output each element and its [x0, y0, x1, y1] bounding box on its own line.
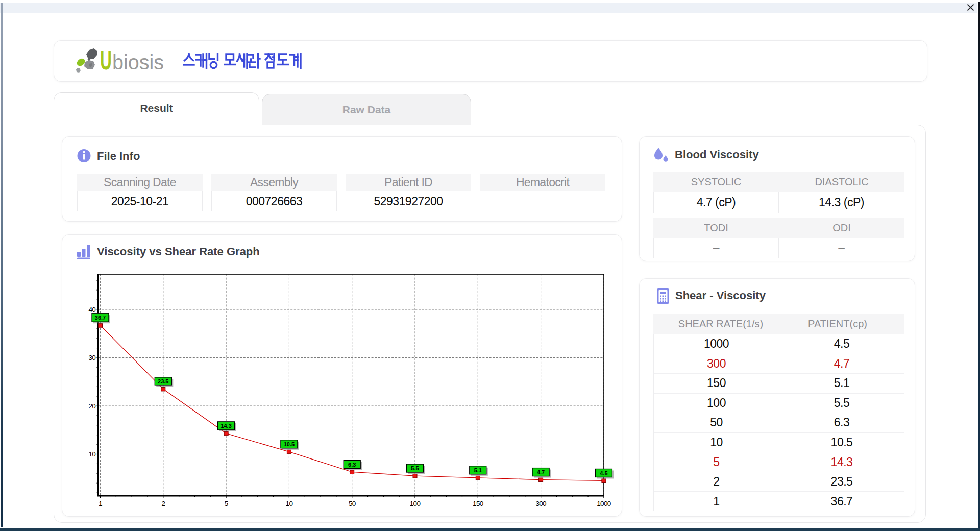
- svg-text:10: 10: [88, 450, 95, 458]
- svg-text:U: U: [100, 45, 112, 74]
- svg-text:4.7: 4.7: [537, 469, 545, 475]
- svg-text:10.5: 10.5: [284, 441, 295, 447]
- svg-text:2: 2: [161, 500, 165, 508]
- svg-text:6.3: 6.3: [348, 462, 356, 468]
- svg-text:30: 30: [88, 354, 95, 361]
- svg-text:100: 100: [410, 500, 421, 508]
- svg-text:40: 40: [88, 306, 95, 313]
- svg-text:4.5: 4.5: [600, 470, 607, 476]
- svg-text:50: 50: [349, 500, 356, 508]
- svg-text:biosis: biosis: [112, 51, 164, 74]
- svg-text:300: 300: [535, 500, 546, 508]
- svg-text:20: 20: [88, 402, 95, 410]
- svg-text:14.3: 14.3: [220, 423, 231, 429]
- svg-text:1000: 1000: [597, 500, 610, 508]
- svg-text:23.5: 23.5: [158, 378, 168, 384]
- svg-text:36.7: 36.7: [95, 315, 106, 321]
- svg-text:5.5: 5.5: [411, 465, 419, 471]
- svg-text:1: 1: [99, 500, 102, 508]
- svg-text:150: 150: [473, 500, 483, 508]
- svg-text:5: 5: [225, 500, 228, 508]
- svg-text:5.1: 5.1: [474, 467, 482, 473]
- svg-text:10: 10: [286, 500, 293, 508]
